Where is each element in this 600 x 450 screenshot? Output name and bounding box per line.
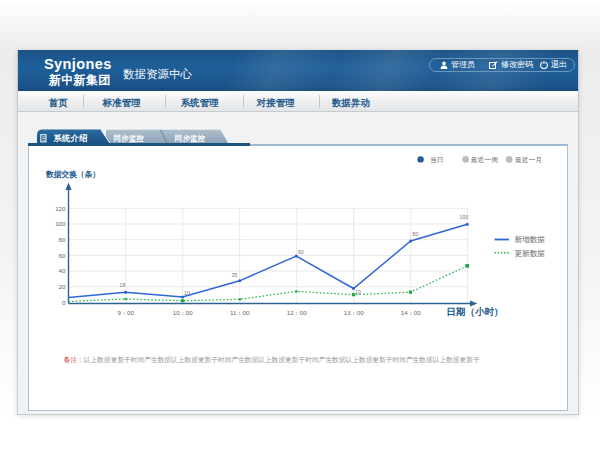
svg-text:最近一月: 最近一月 bbox=[514, 156, 542, 164]
svg-text:80: 80 bbox=[59, 236, 66, 243]
svg-text:13：00: 13：00 bbox=[344, 309, 365, 316]
svg-text:备注：以上数据更新于时间产生数据以上数据更新于时间产生数据以: 备注：以上数据更新于时间产生数据以上数据更新于时间产生数据以上数据更新于时间产生… bbox=[64, 356, 480, 364]
svg-text:系统介绍: 系统介绍 bbox=[53, 133, 88, 143]
svg-text:100: 100 bbox=[460, 214, 469, 220]
svg-text:14：00: 14：00 bbox=[401, 309, 422, 316]
svg-text:40: 40 bbox=[59, 267, 66, 274]
svg-text:10: 10 bbox=[355, 289, 361, 295]
svg-text:更新数据: 更新数据 bbox=[515, 249, 546, 258]
svg-text:100: 100 bbox=[55, 220, 66, 227]
svg-text:120: 120 bbox=[55, 205, 66, 212]
svg-text:新增数据: 新增数据 bbox=[515, 235, 546, 244]
svg-text:同步监控: 同步监控 bbox=[175, 134, 206, 143]
svg-text:60: 60 bbox=[298, 249, 304, 255]
svg-text:当日: 当日 bbox=[430, 156, 444, 164]
svg-text:10: 10 bbox=[184, 290, 190, 296]
svg-text:35: 35 bbox=[232, 272, 238, 278]
svg-text:同步监控: 同步监控 bbox=[114, 134, 145, 143]
svg-text:最近一周: 最近一周 bbox=[470, 156, 498, 163]
svg-text:0: 0 bbox=[62, 299, 66, 306]
svg-text:日期（小时）: 日期（小时） bbox=[447, 306, 504, 318]
svg-text:11：00: 11：00 bbox=[230, 309, 250, 316]
svg-text:80: 80 bbox=[413, 231, 419, 237]
svg-text:12：00: 12：00 bbox=[287, 309, 308, 316]
svg-text:10：00: 10：00 bbox=[173, 309, 194, 316]
svg-text:18: 18 bbox=[120, 282, 126, 288]
svg-text:60: 60 bbox=[59, 252, 66, 259]
svg-text:数据交换（条）: 数据交换（条） bbox=[45, 170, 100, 179]
svg-text:9：00: 9：00 bbox=[117, 309, 134, 316]
svg-text:20: 20 bbox=[59, 283, 66, 290]
